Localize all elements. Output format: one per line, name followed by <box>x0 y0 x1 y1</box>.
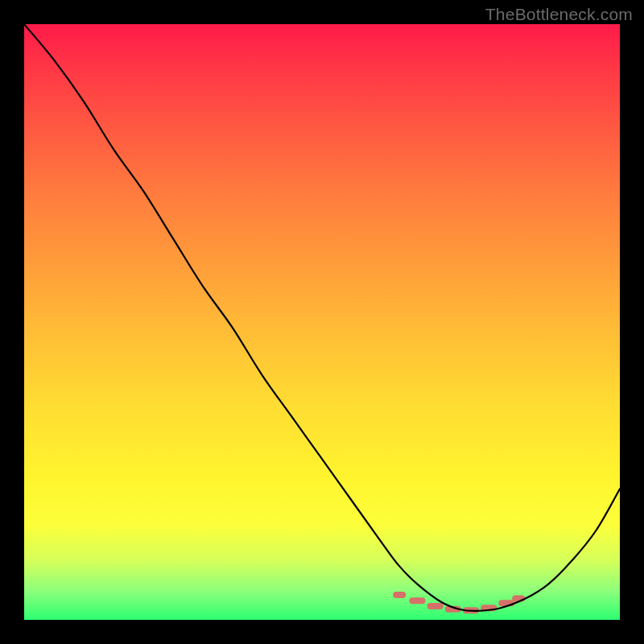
plot-area <box>24 24 620 620</box>
watermark-text: TheBottleneck.com <box>485 5 633 24</box>
bottleneck-curve-path <box>24 24 620 611</box>
chart-stage: TheBottleneck.com <box>0 0 644 644</box>
curve-svg <box>24 24 620 620</box>
